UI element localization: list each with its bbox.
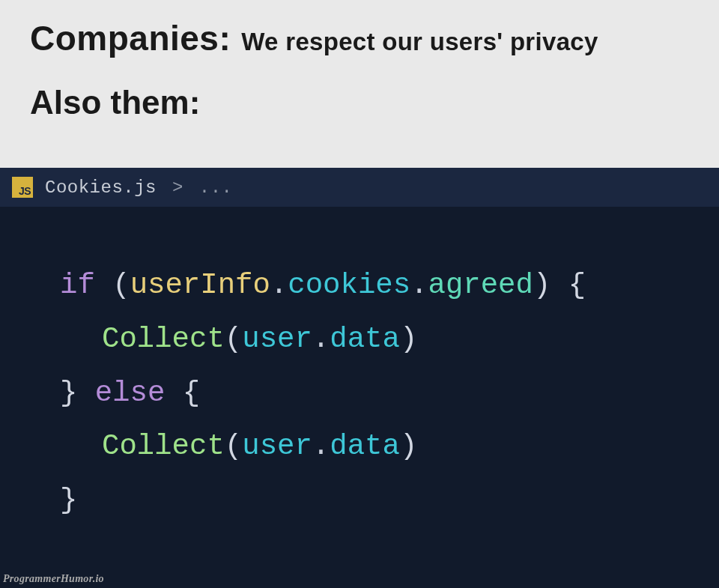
breadcrumb: Cookies.js > ...: [45, 178, 232, 198]
brace-open: {: [183, 377, 200, 410]
paren-open: (: [112, 269, 130, 302]
code-editor: JS Cookies.js > ... if (userInfo.cookies…: [0, 168, 719, 588]
function-call: Collect: [102, 323, 225, 356]
code-line: Collect(user.data): [60, 430, 417, 463]
paren-close: ): [400, 323, 417, 356]
identifier: user: [242, 323, 312, 356]
property: data: [330, 323, 400, 356]
watermark: ProgrammerHumor.io: [3, 573, 104, 585]
paren-close: ): [400, 430, 417, 463]
function-call: Collect: [102, 430, 225, 463]
paren-open: (: [225, 430, 242, 463]
keyword-if: if: [60, 269, 95, 302]
paren-open: (: [225, 323, 242, 356]
property: data: [330, 430, 400, 463]
code-line: } else {: [60, 377, 200, 410]
keyword-else: else: [95, 377, 166, 410]
brace-open: {: [568, 269, 586, 302]
identifier: userInfo: [130, 269, 270, 302]
paren-close: ): [533, 269, 550, 302]
caption-line-1: Companies: We respect our users' privacy: [30, 18, 689, 58]
caption-line-2: Also them:: [30, 84, 689, 121]
chevron-right-icon: >: [168, 178, 188, 198]
dot: .: [270, 269, 288, 302]
brace-close: }: [60, 377, 77, 410]
breadcrumb-file: Cookies.js: [45, 178, 157, 198]
breadcrumb-ellipsis: ...: [199, 178, 233, 198]
code-line: if (userInfo.cookies.agreed) {: [60, 269, 586, 302]
code-line: }: [60, 484, 77, 517]
dot: .: [312, 430, 330, 463]
editor-tabbar: JS Cookies.js > ...: [0, 168, 719, 207]
property: cookies: [288, 269, 410, 302]
code-block: if (userInfo.cookies.agreed) { Collect(u…: [0, 207, 719, 558]
dot: .: [410, 269, 428, 302]
brace-close: }: [60, 484, 77, 517]
dot: .: [312, 323, 330, 356]
identifier: user: [242, 430, 312, 463]
property: agreed: [428, 269, 533, 302]
caption-rest: We respect our users' privacy: [241, 28, 598, 56]
caption-panel: Companies: We respect our users' privacy…: [0, 0, 719, 151]
code-line: Collect(user.data): [60, 323, 417, 356]
javascript-icon: JS: [12, 177, 33, 198]
caption-lead: Companies:: [30, 18, 231, 58]
